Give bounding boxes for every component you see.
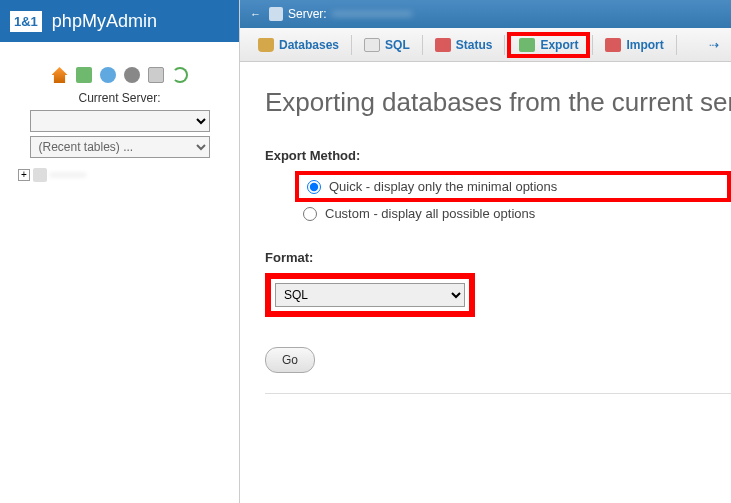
- docs-icon[interactable]: [100, 67, 116, 83]
- go-button[interactable]: Go: [265, 347, 315, 373]
- tab-separator: [422, 35, 423, 55]
- server-label: Server:: [288, 7, 327, 21]
- main-panel: ← Server: Databases SQL Status: [240, 0, 731, 503]
- tab-label: Databases: [279, 38, 339, 52]
- radio-custom-input[interactable]: [303, 207, 317, 221]
- radio-custom-label: Custom - display all possible options: [325, 206, 535, 221]
- sql-icon: [364, 38, 380, 52]
- databases-icon: [258, 38, 274, 52]
- product-name: phpMyAdmin: [52, 11, 157, 32]
- format-select[interactable]: SQL: [275, 283, 465, 307]
- expand-icon[interactable]: +: [18, 169, 30, 181]
- page-title: Exporting databases from the current ser: [265, 87, 731, 118]
- divider: [265, 393, 731, 394]
- export-method-group: Quick - display only the minimal options…: [295, 171, 731, 225]
- radio-custom[interactable]: Custom - display all possible options: [295, 202, 731, 225]
- sidebar-quick-icons: [10, 67, 229, 83]
- export-icon: [519, 38, 535, 52]
- recent-tables-select[interactable]: (Recent tables) ...: [30, 136, 210, 158]
- radio-quick-label: Quick - display only the minimal options: [329, 179, 557, 194]
- content-area: Exporting databases from the current ser…: [240, 62, 731, 439]
- db-tree: +: [10, 168, 229, 182]
- tab-label: SQL: [385, 38, 410, 52]
- help-icon[interactable]: [124, 67, 140, 83]
- db-tree-item[interactable]: [50, 173, 86, 177]
- current-server-label: Current Server:: [10, 91, 229, 105]
- reload-icon[interactable]: [172, 67, 188, 83]
- tab-label: Status: [456, 38, 493, 52]
- export-method-label: Export Method:: [265, 148, 731, 163]
- server-select[interactable]: [30, 110, 210, 132]
- tab-import[interactable]: Import: [595, 34, 673, 56]
- server-name[interactable]: [332, 12, 412, 16]
- tab-label: Export: [540, 38, 578, 52]
- sidebar: 1&1 phpMyAdmin Current Server: (Recent t…: [0, 0, 240, 503]
- tab-bar: Databases SQL Status Export Import: [240, 28, 731, 62]
- home-icon[interactable]: [52, 67, 68, 83]
- tab-status[interactable]: Status: [425, 34, 503, 56]
- status-icon: [435, 38, 451, 52]
- format-label: Format:: [265, 250, 731, 265]
- tab-separator: [504, 35, 505, 55]
- logout-icon[interactable]: [76, 67, 92, 83]
- import-icon: [605, 38, 621, 52]
- tab-label: Import: [626, 38, 663, 52]
- radio-quick[interactable]: Quick - display only the minimal options: [295, 171, 731, 202]
- collapse-icon[interactable]: ←: [250, 8, 261, 20]
- tab-sql[interactable]: SQL: [354, 34, 420, 56]
- brand-logo: 1&1: [10, 11, 42, 32]
- server-icon: [269, 7, 283, 21]
- tab-separator: [351, 35, 352, 55]
- server-breadcrumb: ← Server:: [240, 0, 731, 28]
- radio-quick-input[interactable]: [307, 180, 321, 194]
- tab-databases[interactable]: Databases: [248, 34, 349, 56]
- tab-separator: [592, 35, 593, 55]
- logo-bar: 1&1 phpMyAdmin: [0, 0, 239, 42]
- tab-export[interactable]: Export: [507, 32, 590, 58]
- query-window-icon[interactable]: [148, 67, 164, 83]
- more-tabs-icon[interactable]: ⇢: [705, 34, 723, 56]
- database-icon: [33, 168, 47, 182]
- format-select-highlight: SQL: [265, 273, 475, 317]
- tab-separator: [676, 35, 677, 55]
